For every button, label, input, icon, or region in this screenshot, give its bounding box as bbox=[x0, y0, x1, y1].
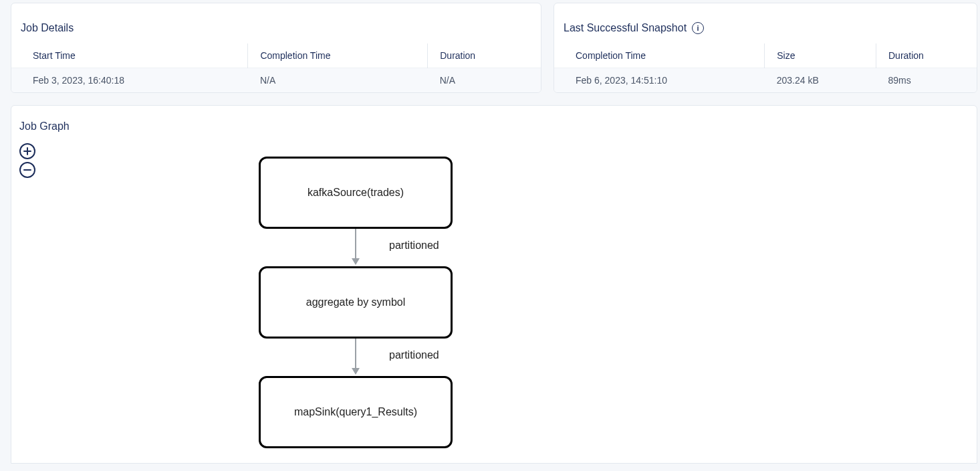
edge-label: partitioned bbox=[389, 349, 439, 361]
table-row: Feb 3, 2023, 16:40:18 N/A N/A bbox=[11, 68, 541, 93]
col-snap-duration: Duration bbox=[876, 43, 977, 68]
graph-node-aggregate[interactable]: aggregate by symbol bbox=[259, 266, 453, 339]
graph-canvas[interactable]: kafkaSource(trades) partitioned aggregat… bbox=[259, 157, 459, 448]
snapshot-table: Completion Time Size Duration Feb 6, 202… bbox=[554, 43, 977, 92]
info-icon[interactable]: i bbox=[692, 22, 704, 34]
graph-node-source[interactable]: kafkaSource(trades) bbox=[259, 157, 453, 229]
val-start-time: Feb 3, 2023, 16:40:18 bbox=[11, 68, 248, 93]
graph-edge: partitioned bbox=[259, 229, 453, 266]
plus-icon bbox=[23, 147, 32, 156]
edge-line bbox=[355, 339, 356, 371]
minus-icon bbox=[23, 165, 32, 175]
col-snap-completion: Completion Time bbox=[554, 43, 765, 68]
col-snap-size: Size bbox=[765, 43, 876, 68]
val-duration: N/A bbox=[428, 68, 541, 93]
job-details-table: Start Time Completion Time Duration Feb … bbox=[11, 43, 541, 92]
col-start-time: Start Time bbox=[11, 43, 248, 68]
edge-line bbox=[355, 229, 356, 261]
edge-label: partitioned bbox=[389, 240, 439, 252]
graph-node-sink[interactable]: mapSink(query1_Results) bbox=[259, 376, 453, 448]
table-row: Feb 6, 2023, 14:51:10 203.24 kB 89ms bbox=[554, 68, 977, 93]
zoom-in-button[interactable] bbox=[19, 143, 35, 159]
job-details-title: Job Details bbox=[11, 14, 541, 43]
graph-edge: partitioned bbox=[259, 339, 453, 376]
val-completion-time: N/A bbox=[248, 68, 428, 93]
snapshot-title-text: Last Successful Snapshot bbox=[564, 22, 687, 34]
val-snap-completion: Feb 6, 2023, 14:51:10 bbox=[554, 68, 765, 93]
col-duration: Duration bbox=[428, 43, 541, 68]
arrow-down-icon bbox=[352, 258, 360, 265]
job-graph-title: Job Graph bbox=[19, 120, 969, 132]
snapshot-card: Last Successful Snapshot i Completion Ti… bbox=[554, 3, 977, 93]
snapshot-title: Last Successful Snapshot i bbox=[554, 14, 977, 43]
val-snap-size: 203.24 kB bbox=[765, 68, 876, 93]
col-completion-time: Completion Time bbox=[248, 43, 428, 68]
zoom-controls bbox=[19, 143, 35, 178]
job-details-card: Job Details Start Time Completion Time D… bbox=[11, 3, 541, 93]
job-graph-panel: Job Graph kafkaSource(trades) partitione… bbox=[11, 105, 977, 464]
zoom-out-button[interactable] bbox=[19, 162, 35, 178]
arrow-down-icon bbox=[352, 368, 360, 375]
val-snap-duration: 89ms bbox=[876, 68, 977, 93]
